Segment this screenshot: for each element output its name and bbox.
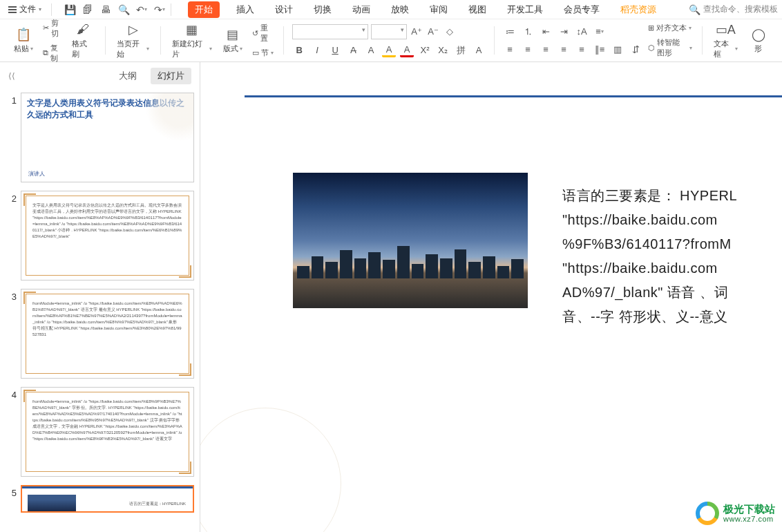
bold-button[interactable]: B bbox=[292, 44, 306, 57]
smartart-icon: ⬡ bbox=[648, 44, 655, 53]
section-icon: ▭ bbox=[252, 48, 259, 57]
font-size-select[interactable] bbox=[371, 24, 407, 39]
tab-view[interactable]: 视图 bbox=[464, 1, 490, 19]
reset-button[interactable]: ↺重置 bbox=[251, 22, 276, 44]
format-painter-button[interactable]: 🖌 格式刷 bbox=[69, 21, 97, 61]
spacing-button[interactable]: ⇵ bbox=[629, 43, 642, 57]
smartart-button[interactable]: ⬡转智能图形▾ bbox=[647, 37, 694, 59]
slide-thumbnail-4[interactable]: fromModule=lemma_inlink" /o "https://bai… bbox=[21, 387, 194, 477]
outline-tab[interactable]: 大纲 bbox=[112, 68, 144, 84]
decor-circle bbox=[200, 408, 341, 532]
command-search[interactable]: 🔍 查找命令、搜索模板 bbox=[689, 3, 778, 15]
shapes-label: 形 bbox=[754, 44, 762, 54]
italic-button[interactable]: I bbox=[310, 44, 324, 57]
font-color-button[interactable]: A bbox=[400, 44, 414, 57]
slide-image[interactable] bbox=[293, 173, 528, 308]
align-left-button[interactable]: ≡ bbox=[503, 43, 517, 57]
watermark: 极光下载站 www.xz7.com bbox=[696, 502, 775, 525]
strikethrough-button[interactable]: A̶ bbox=[346, 44, 360, 57]
from-current-button[interactable]: ▷ 当页开始▾ bbox=[114, 21, 153, 61]
superscript-button[interactable]: X² bbox=[418, 44, 432, 57]
highlight-button[interactable]: A bbox=[382, 44, 396, 57]
align-combo-button[interactable]: ≡▾ bbox=[593, 25, 607, 39]
copy-button[interactable]: ⧉复制 bbox=[41, 42, 65, 64]
decrease-font-button[interactable]: A⁻ bbox=[426, 25, 440, 39]
redo-icon[interactable]: ↷▾ bbox=[154, 4, 165, 15]
textbox-button[interactable]: ▭A 文本框▾ bbox=[711, 21, 741, 61]
tab-start[interactable]: 开始 bbox=[188, 1, 220, 18]
collapse-panel-button[interactable]: ⟨⟨ bbox=[8, 71, 15, 81]
shapes-button[interactable]: ◯ 形 bbox=[745, 26, 772, 55]
align-center-button[interactable]: ≡ bbox=[521, 43, 535, 57]
columns-button[interactable]: ▥ bbox=[611, 43, 624, 57]
decor-circle bbox=[145, 93, 194, 142]
tab-member[interactable]: 会员专享 bbox=[560, 1, 604, 19]
slide-thumbnail-1[interactable]: 文字是人类用表义符号记录表达信息以传之久远的方式和工具 演讲人 bbox=[21, 93, 194, 182]
text-direction-button[interactable]: ↕A bbox=[575, 25, 589, 39]
subscript-button[interactable]: X₂ bbox=[436, 44, 450, 57]
play-icon: ▷ bbox=[126, 22, 141, 37]
new-slide-button[interactable]: ▦ 新建幻灯片▾ bbox=[169, 21, 214, 61]
tab-resources[interactable]: 稻壳资源 bbox=[616, 1, 660, 19]
font-effects-button[interactable]: A bbox=[472, 44, 486, 57]
slide-thumbnail-3[interactable]: fromModule=lemma_inlink" /o "https://bai… bbox=[21, 289, 194, 379]
thumbnail-row: 5 语言的三要素是：HYPERLINK bbox=[6, 485, 194, 513]
slides-tab[interactable]: 幻灯片 bbox=[151, 68, 191, 84]
format-painter-label: 格式刷 bbox=[72, 39, 94, 59]
layout-label: 版式 bbox=[223, 44, 238, 54]
section-button[interactable]: ▭节▾ bbox=[251, 47, 276, 59]
increase-font-button[interactable]: A⁺ bbox=[410, 25, 423, 39]
increase-indent-button[interactable]: ⇥ bbox=[557, 25, 571, 39]
clipboard-group: 📋 粘贴▾ ✂剪切 ⧉复制 🖌 格式刷 bbox=[6, 22, 101, 59]
smartart-label: 转智能图形 bbox=[657, 37, 687, 58]
distribute-button[interactable]: ≡ bbox=[575, 43, 589, 57]
tab-transition[interactable]: 切换 bbox=[309, 1, 336, 19]
thumb-image bbox=[28, 495, 76, 511]
separator bbox=[105, 26, 106, 55]
find-icon[interactable]: 🔍 bbox=[118, 4, 129, 15]
slide-divider-line bbox=[245, 95, 782, 97]
numbering-button[interactable]: ⒈ bbox=[521, 25, 535, 39]
watermark-url: www.xz7.com bbox=[723, 515, 775, 523]
slide-thumbnails[interactable]: 1 文字是人类用表义符号记录表达信息以传之久远的方式和工具 演讲人 2 文字是人… bbox=[0, 90, 200, 532]
slide-thumbnail-5[interactable]: 语言的三要素是：HYPERLINK bbox=[21, 485, 194, 513]
font-family-select[interactable] bbox=[292, 24, 368, 39]
separator bbox=[160, 26, 161, 55]
undo-icon[interactable]: ↶▾ bbox=[136, 4, 147, 15]
tab-slideshow[interactable]: 放映 bbox=[387, 1, 413, 19]
slide-canvas[interactable]: 语言的三要素是： HYPERL "https://baike.baidu.com… bbox=[200, 62, 782, 532]
clear-format-button[interactable]: ◇ bbox=[443, 25, 457, 39]
tab-devtools[interactable]: 开发工具 bbox=[503, 1, 547, 19]
thumbnail-row: 3 fromModule=lemma_inlink" /o "https://b… bbox=[6, 289, 194, 379]
file-menu-button[interactable]: 文件 ▾ bbox=[4, 2, 46, 17]
justify-button[interactable]: ≡ bbox=[557, 43, 571, 57]
tab-animation[interactable]: 动画 bbox=[348, 1, 374, 19]
underline-button[interactable]: U bbox=[328, 44, 342, 57]
decrease-indent-button[interactable]: ⇤ bbox=[539, 25, 553, 39]
tab-insert[interactable]: 插入 bbox=[232, 1, 258, 19]
align-text-icon: ⊞ bbox=[648, 23, 654, 32]
tab-review[interactable]: 审阅 bbox=[426, 1, 452, 19]
current-slide: 语言的三要素是： HYPERL "https://baike.baidu.com… bbox=[217, 76, 782, 518]
print-preview-icon[interactable]: 🗐 bbox=[82, 4, 93, 15]
cut-button[interactable]: ✂剪切 bbox=[41, 17, 65, 39]
layout-button[interactable]: ▤ 版式▾ bbox=[219, 26, 247, 55]
font-button[interactable]: A bbox=[364, 44, 378, 57]
insert-group: ▭A 文本框▾ ◯ 形 bbox=[707, 22, 776, 59]
line-spacing-button[interactable]: ‖≡ bbox=[593, 43, 607, 57]
slide-body-text[interactable]: 语言的三要素是： HYPERL "https://baike.baidu.com… bbox=[562, 184, 782, 329]
cut-label: 剪切 bbox=[51, 18, 64, 39]
tab-design[interactable]: 设计 bbox=[271, 1, 297, 19]
new-slide-label: 新建幻灯片 bbox=[172, 39, 207, 59]
align-text-button[interactable]: ⊞对齐文本▾ bbox=[647, 22, 694, 34]
newslide-group: ▦ 新建幻灯片▾ ▤ 版式▾ ↺重置 ▭节▾ bbox=[165, 22, 279, 59]
bullets-button[interactable]: ≔ bbox=[503, 25, 517, 39]
change-case-button[interactable]: 拼 bbox=[454, 44, 468, 57]
paste-button[interactable]: 📋 粘贴▾ bbox=[10, 26, 37, 55]
print-icon[interactable]: 🖶 bbox=[100, 4, 111, 15]
copy-label: 复制 bbox=[50, 43, 64, 64]
slide-thumbnail-2[interactable]: 文字是人类用表义符号记录表达信息以传之久远的方式和工具。现代文字多数会演变成语音… bbox=[21, 191, 194, 281]
save-icon[interactable]: 💾 bbox=[64, 4, 75, 15]
ribbon: 📋 粘贴▾ ✂剪切 ⧉复制 🖌 格式刷 ▷ 当页开始▾ ▦ 新建幻灯片▾ ▤ 版… bbox=[0, 19, 782, 62]
align-right-button[interactable]: ≡ bbox=[539, 43, 553, 57]
